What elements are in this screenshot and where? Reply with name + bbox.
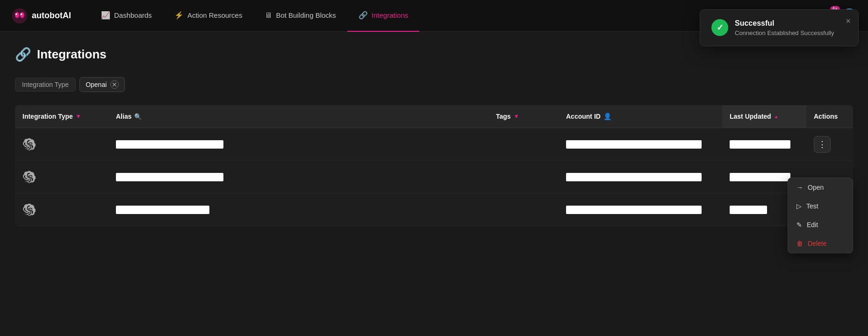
- svg-point-4: [21, 13, 22, 15]
- alias-redacted-row2: [116, 173, 223, 181]
- integrations-table: Integration Type ▼ Alias 🔍 Tags ▼ Accoun…: [15, 105, 853, 226]
- filter-bar: Integration Type Openai ✕: [15, 77, 853, 92]
- th-integration-type[interactable]: Integration Type ▼: [15, 105, 108, 128]
- menu-item-edit[interactable]: ✎ Edit: [788, 215, 853, 234]
- openai-icon-row2: [22, 171, 36, 184]
- table-row: [15, 193, 853, 226]
- integration-type-filter-icon[interactable]: ▼: [76, 113, 81, 120]
- test-icon: ▷: [796, 202, 802, 210]
- toast-notification: ✓ Successful Connection Established Succ…: [700, 9, 859, 46]
- page-title-text: Integrations: [37, 47, 107, 62]
- account-id-redacted-row3: [566, 206, 702, 214]
- openai-icon-row3: [22, 203, 36, 216]
- toast-title: Successful: [735, 19, 834, 28]
- page-title-icon: 🔗: [15, 47, 31, 62]
- menu-item-test[interactable]: ▷ Test: [788, 197, 853, 215]
- td-actions-row1: ⋮: [806, 129, 853, 160]
- bot-building-blocks-icon: 🖥: [265, 11, 272, 20]
- menu-item-open[interactable]: → Open: [788, 178, 853, 197]
- toast-message: Connection Established Successfully: [735, 29, 834, 36]
- delete-icon: 🗑: [796, 240, 803, 247]
- td-alias-row2: [108, 165, 488, 189]
- page-content: 🔗 Integrations Integration Type Openai ✕…: [0, 32, 868, 336]
- openai-icon-row1: [22, 138, 36, 151]
- td-account-id-row1: [559, 133, 722, 156]
- page-title: 🔗 Integrations: [15, 47, 853, 62]
- td-last-updated-row1: [722, 133, 806, 156]
- brand-name: autobotAI: [32, 11, 71, 21]
- nav-item-bot-building-blocks[interactable]: 🖥 Bot Building Blocks: [253, 0, 347, 32]
- td-integration-type-row1: [15, 130, 108, 158]
- last-updated-redacted-row1: [730, 140, 790, 149]
- brand[interactable]: autobotAI: [11, 7, 71, 24]
- svg-point-0: [12, 8, 27, 23]
- integrations-icon: 🔗: [359, 11, 368, 20]
- table-row: ⋮: [15, 128, 853, 161]
- edit-icon: ✎: [796, 221, 802, 229]
- td-account-id-row3: [559, 198, 722, 222]
- filter-close-button[interactable]: ✕: [110, 80, 119, 89]
- th-alias[interactable]: Alias 🔍: [108, 105, 488, 128]
- th-last-updated[interactable]: Last Updated ▲: [722, 105, 806, 128]
- last-updated-sort-icon[interactable]: ▲: [774, 114, 779, 119]
- account-id-redacted-row2: [566, 173, 702, 181]
- nav-item-action-resources[interactable]: ⚡ Action Resources: [163, 0, 254, 32]
- brand-logo-icon: [11, 7, 28, 24]
- th-account-id[interactable]: Account ID 👤: [559, 105, 722, 128]
- svg-point-1: [15, 12, 19, 18]
- toast-success-icon: ✓: [711, 19, 728, 36]
- th-tags[interactable]: Tags ▼: [488, 105, 559, 128]
- tags-filter-icon[interactable]: ▼: [514, 113, 519, 120]
- table-header: Integration Type ▼ Alias 🔍 Tags ▼ Accoun…: [15, 105, 853, 128]
- filter-type-label: Integration Type: [15, 78, 76, 92]
- alias-search-icon[interactable]: 🔍: [134, 113, 142, 120]
- td-integration-type-row2: [15, 163, 108, 191]
- td-tags-row3: [488, 202, 559, 217]
- td-alias-row3: [108, 198, 488, 222]
- svg-point-2: [20, 12, 24, 18]
- td-integration-type-row3: [15, 196, 108, 224]
- table-row: [15, 161, 853, 193]
- td-account-id-row2: [559, 165, 722, 189]
- td-tags-row1: [488, 137, 559, 152]
- menu-item-delete[interactable]: 🗑 Delete: [788, 234, 853, 253]
- account-id-person-icon: 👤: [603, 113, 611, 120]
- navbar: autobotAI 📈 Dashboards ⚡ Action Resource…: [0, 0, 868, 32]
- td-alias-row1: [108, 133, 488, 156]
- filter-value-text: Openai: [86, 81, 107, 88]
- context-menu: → Open ▷ Test ✎ Edit 🗑 Delete: [788, 178, 853, 253]
- toast-body: Successful Connection Established Succes…: [735, 19, 834, 36]
- last-updated-redacted-row3: [730, 206, 767, 214]
- open-icon: →: [796, 184, 803, 191]
- nav-item-integrations[interactable]: 🔗 Integrations: [347, 0, 419, 32]
- last-updated-redacted-row2: [730, 173, 790, 181]
- row1-actions-button[interactable]: ⋮: [814, 136, 831, 153]
- alias-redacted-row1: [116, 140, 223, 149]
- svg-point-3: [15, 13, 17, 15]
- dashboards-icon: 📈: [101, 11, 110, 20]
- account-id-redacted-row1: [566, 140, 702, 149]
- alias-redacted-row3: [116, 206, 209, 214]
- td-tags-row2: [488, 170, 559, 185]
- action-resources-icon: ⚡: [174, 11, 184, 20]
- toast-close-button[interactable]: ×: [846, 16, 851, 26]
- th-actions: Actions: [806, 105, 853, 128]
- nav-item-dashboards[interactable]: 📈 Dashboards: [90, 0, 163, 32]
- filter-value-chip[interactable]: Openai ✕: [79, 77, 125, 92]
